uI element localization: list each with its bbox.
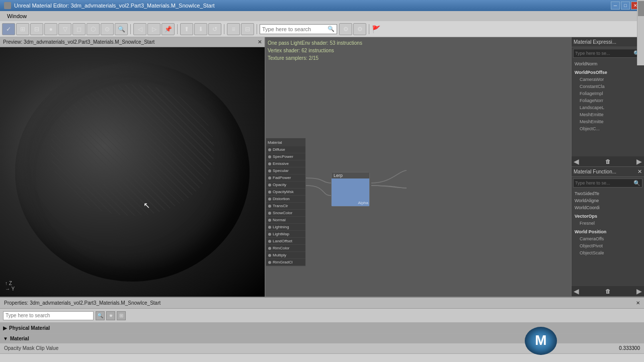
window-controls: ─ □ ✕ <box>611 2 640 10</box>
toolbar-grid-large-button[interactable]: ⊟ <box>30 23 43 35</box>
input-specular[interactable]: Specular <box>266 167 305 174</box>
toolbar-extra-1[interactable]: ⚙ <box>339 23 352 35</box>
toolbar-up-button[interactable]: ⬆ <box>180 23 193 35</box>
input-transclr[interactable]: TransClr <box>266 203 305 210</box>
toolbar-pin-button[interactable]: 📌 <box>162 23 175 35</box>
expr-meshemitte2[interactable]: MeshEmitte <box>573 118 643 125</box>
input-landoffset[interactable]: LandOffset <box>266 238 305 245</box>
input-rimcolor[interactable]: RimColor <box>266 245 305 252</box>
input-diffuse[interactable]: Diffuse <box>266 146 305 153</box>
axes-indicator: ↑ Z → Y <box>5 281 15 292</box>
input-specpower[interactable]: SpecPower <box>266 153 305 160</box>
main-layout: Preview: 3dm_advmaterials_vol2.Part3_Mat… <box>0 37 644 297</box>
toolbar-cylinder-button[interactable]: ⬡ <box>87 23 100 35</box>
func-fresnel[interactable]: Fresnel <box>573 220 643 227</box>
input-emissive[interactable]: Emissive <box>266 160 305 167</box>
functions-nav-icon: 🗑 <box>605 288 611 294</box>
physical-arrow-icon: ▶ <box>3 325 7 331</box>
functions-list: TwoSidedTe WorldAligne WorldCoordi Vecto… <box>572 189 644 286</box>
func-cameraoffs[interactable]: CameraOffs <box>573 235 643 242</box>
expr-worldnorm[interactable]: WorldNorm <box>573 60 643 67</box>
functions-nav-left[interactable]: ◀ <box>574 287 579 295</box>
expr-meshemitte1[interactable]: MeshEmitte <box>573 111 643 118</box>
shader-line3: Texture samplers: 2/15 <box>268 54 362 62</box>
toolbar-grid-small-button[interactable]: ⊞ <box>16 23 29 35</box>
node-editor[interactable]: One pass LightEnv shader: 53 instruction… <box>266 37 571 297</box>
toolbar-align-button[interactable]: ≡ <box>227 23 240 35</box>
preview-panel: Preview: 3dm_advmaterials_vol2.Part3_Mat… <box>0 37 266 297</box>
expr-constantcla[interactable]: ConstantCla <box>573 83 643 90</box>
functions-nav-right[interactable]: ▶ <box>636 287 642 295</box>
func-objectpivot[interactable]: ObjectPivot <box>573 242 643 249</box>
expressions-panel-title: Material Expressi... <box>574 39 616 45</box>
functions-search-input[interactable] <box>575 180 633 186</box>
preview-close-button[interactable]: ✕ <box>258 39 262 45</box>
func-worldposition[interactable]: World Position <box>573 228 643 235</box>
input-rimgradcl[interactable]: RimGradCl <box>266 259 305 266</box>
properties-title: Properties: 3dm_advmaterials_vol2.Part3_… <box>4 300 160 306</box>
func-twosidedte[interactable]: TwoSidedTe <box>573 190 643 197</box>
func-worldcoordi[interactable]: WorldCoordi <box>573 204 643 211</box>
scrollbar-thumb[interactable] <box>638 1 644 16</box>
properties-search-icons: 🔍 ★ ⊞ <box>96 311 126 320</box>
toolbar-search-input[interactable] <box>262 26 328 32</box>
right-panels: Material Expressi... ✕ 🔍 WorldNorm World… <box>571 37 644 297</box>
expressions-search-input[interactable] <box>575 51 633 56</box>
properties-search-button[interactable]: 🔍 <box>96 311 105 320</box>
maximize-button[interactable]: □ <box>621 2 630 10</box>
input-snowcolor[interactable]: SnowColor <box>266 210 305 217</box>
toolbar-box-button[interactable]: ◻ <box>72 23 86 35</box>
toolbar-separator-1 <box>130 24 131 34</box>
input-normal[interactable]: Normal <box>266 217 305 224</box>
expr-objectc[interactable]: ObjectC... <box>573 125 643 132</box>
toolbar-undo-button[interactable]: ◁ <box>133 23 146 35</box>
properties-close-button[interactable]: ✕ <box>636 300 640 306</box>
expressions-nav-left[interactable]: ◀ <box>574 157 579 165</box>
expressions-list: WorldNorm WorldPosOffse CameraWor Consta… <box>572 59 644 156</box>
expr-foliagenorm[interactable]: FoliageNorr <box>573 97 643 104</box>
expr-cameraworld[interactable]: CameraWor <box>573 76 643 83</box>
z-axis-label: ↑ Z <box>5 281 15 286</box>
minimize-button[interactable]: ─ <box>611 2 620 10</box>
material-inputs-header: Material <box>266 138 305 146</box>
functions-panel-close[interactable]: ✕ <box>637 168 642 175</box>
functions-panel-nav: ◀ 🗑 ▶ <box>572 286 644 296</box>
input-lightning[interactable]: Lightning <box>266 224 305 231</box>
menu-item-window[interactable]: Window <box>3 13 31 19</box>
toolbar-magnify-button[interactable]: 🔍 <box>115 23 128 35</box>
properties-scrollbar[interactable] <box>637 0 644 65</box>
toolbar-search-box: 🔍 <box>260 24 337 34</box>
functions-panel-header: Material Function... ✕ <box>572 167 644 177</box>
func-vectorops[interactable]: VectorOps <box>573 213 643 220</box>
input-fadpower[interactable]: FadPower <box>266 174 305 182</box>
toolbar-plane-button[interactable]: ▽ <box>58 23 71 35</box>
expr-worldposoffse[interactable]: WorldPosOffse <box>573 69 643 76</box>
toolbar-extra-2[interactable]: ⚙ <box>353 23 366 35</box>
toolbar-sphere-button[interactable]: ● <box>44 23 57 35</box>
input-multiply[interactable]: Multiply <box>266 252 305 259</box>
input-opacity[interactable]: Opacity <box>266 182 305 189</box>
toolbar-redo-button[interactable]: ▷ <box>147 23 160 35</box>
input-opacitymsk[interactable]: OpacityMsk <box>266 189 305 196</box>
unreal-logo-container: M <box>523 326 558 357</box>
input-distortion[interactable]: Distortion <box>266 196 305 203</box>
lerp1-body: Alpha <box>332 178 369 206</box>
toolbar-list-button[interactable]: ⊟ <box>241 23 254 35</box>
properties-extra-button[interactable]: ⊞ <box>117 311 126 320</box>
lerp-node-1[interactable]: Lerp Alpha <box>331 172 370 207</box>
properties-bookmark-button[interactable]: ★ <box>106 311 115 320</box>
material-inputs-node[interactable]: Material Diffuse SpecPower Emissive Spec… <box>266 138 306 266</box>
toolbar-apply-button[interactable]: ✓ <box>2 23 15 35</box>
properties-search-input[interactable] <box>3 311 94 320</box>
expr-landscapel[interactable]: LandscapeL <box>573 104 643 111</box>
toolbar-rotate-button[interactable]: ↺ <box>208 23 221 35</box>
toolbar-down-button[interactable]: ⬇ <box>194 23 207 35</box>
preview-canvas[interactable]: ↖ ↑ Z → Y <box>0 47 265 297</box>
toolbar-camera-button[interactable]: ⊙ <box>101 23 114 35</box>
material-section-label: Material <box>10 336 29 341</box>
func-objectscale[interactable]: ObjectScale <box>573 249 643 256</box>
expressions-nav-right[interactable]: ▶ <box>636 157 642 165</box>
func-worldaligne[interactable]: WorldAligne <box>573 197 643 204</box>
expr-foliageimpl[interactable]: FoliageImpl <box>573 90 643 97</box>
input-lightmap[interactable]: LightMap <box>266 231 305 238</box>
